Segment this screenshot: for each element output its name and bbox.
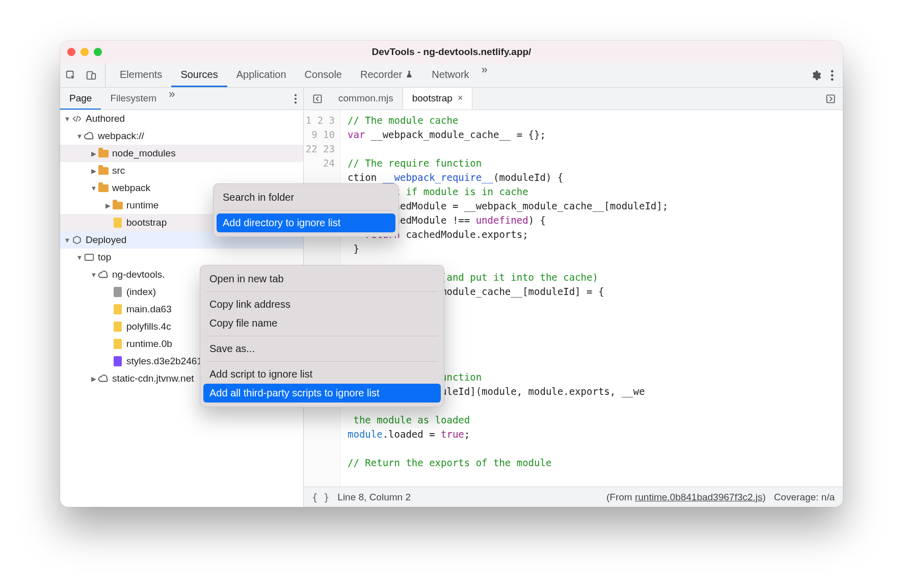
svg-rect-2 [92, 73, 95, 79]
next-file-icon[interactable] [826, 94, 836, 104]
tab-sources[interactable]: Sources [171, 63, 227, 87]
window-title: DevTools - ng-devtools.netlify.app/ [60, 46, 843, 58]
tree-src[interactable]: ▶src [60, 162, 303, 179]
kebab-menu-icon[interactable] [831, 70, 834, 81]
pretty-print-icon[interactable]: { } [312, 492, 329, 503]
navigator-more-tabs[interactable]: » [166, 88, 178, 110]
tree-top[interactable]: ▼top [60, 249, 303, 266]
zoom-window-button[interactable] [94, 48, 102, 56]
flask-icon [405, 70, 413, 78]
svg-point-6 [295, 94, 297, 96]
navigator-tab-page[interactable]: Page [60, 88, 101, 110]
panel-tabbar: Elements Sources Application Console Rec… [60, 63, 843, 88]
menu-save-as[interactable]: Save as... [200, 339, 444, 358]
more-tabs-button[interactable]: » [479, 63, 491, 87]
svg-point-4 [831, 74, 834, 76]
menu-add-script-ignore[interactable]: Add script to ignore list [200, 365, 444, 384]
file-context-menu: Open in new tab Copy link address Copy f… [200, 265, 444, 407]
svg-rect-11 [85, 254, 94, 260]
folder-icon [112, 200, 123, 211]
tab-network[interactable]: Network [422, 63, 478, 87]
folder-icon [98, 182, 109, 194]
svg-point-3 [831, 70, 834, 72]
tree-group-authored[interactable]: ▼Authored [60, 110, 303, 127]
status-bar: { } Line 8, Column 2 (From runtime.0b841… [304, 487, 843, 507]
folder-icon [98, 148, 109, 159]
code-icon [71, 113, 83, 124]
tab-recorder[interactable]: Recorder [351, 63, 422, 87]
tab-elements[interactable]: Elements [111, 63, 171, 87]
inspect-element-icon[interactable] [64, 69, 77, 82]
editor-tab-common[interactable]: common.mjs [329, 88, 403, 110]
file-icon [112, 321, 123, 332]
tab-console[interactable]: Console [296, 63, 351, 87]
close-tab-icon[interactable]: × [458, 93, 463, 103]
close-window-button[interactable] [67, 48, 75, 56]
titlebar: DevTools - ng-devtools.netlify.app/ [60, 41, 843, 63]
tree-node-modules[interactable]: ▶node_modules [60, 145, 303, 162]
folder-icon [98, 165, 109, 176]
menu-copy-link-address[interactable]: Copy link address [200, 295, 444, 314]
subrow: Page Filesystem » common.mjs bootstrap [60, 88, 843, 110]
menu-add-all-third-party-ignore[interactable]: Add all third-party scripts to ignore li… [203, 384, 441, 403]
menu-add-directory-ignore[interactable]: Add directory to ignore list [217, 213, 395, 232]
source-from-link[interactable]: runtime.0b841bad3967f3c2.js [635, 492, 762, 502]
deploy-icon [71, 234, 83, 246]
menu-open-new-tab[interactable]: Open in new tab [200, 270, 444, 288]
svg-point-8 [295, 101, 297, 103]
folder-context-menu: Search in folder Add directory to ignore… [213, 183, 399, 237]
cloud-icon [98, 373, 109, 384]
coverage-label: Coverage: n/a [774, 492, 835, 503]
svg-point-5 [831, 78, 834, 81]
devtools-window: DevTools - ng-devtools.netlify.app/ Elem… [60, 41, 843, 507]
cursor-position: Line 8, Column 2 [337, 492, 411, 503]
source-from-label: (From runtime.0b841bad3967f3c2.js) [606, 492, 766, 503]
settings-gear-icon[interactable] [810, 70, 821, 81]
svg-point-7 [295, 97, 297, 99]
frame-icon [84, 252, 95, 263]
file-icon [112, 338, 123, 350]
editor-tab-bootstrap[interactable]: bootstrap × [403, 88, 473, 110]
menu-search-in-folder[interactable]: Search in folder [214, 188, 399, 207]
file-icon [112, 356, 123, 367]
tree-webpack-scheme[interactable]: ▼webpack:// [60, 127, 303, 145]
previous-file-icon[interactable] [309, 94, 326, 104]
device-toolbar-icon[interactable] [85, 69, 98, 82]
minimize-window-button[interactable] [81, 48, 89, 56]
svg-rect-10 [827, 95, 835, 102]
file-icon [112, 217, 123, 228]
file-icon [112, 286, 123, 298]
navigator-tab-filesystem[interactable]: Filesystem [101, 88, 166, 110]
tab-application[interactable]: Application [227, 63, 296, 87]
cloud-icon [84, 130, 95, 142]
cloud-icon [98, 269, 109, 280]
svg-rect-9 [314, 95, 322, 102]
menu-copy-file-name[interactable]: Copy file name [200, 314, 444, 333]
navigator-kebab-icon[interactable] [294, 94, 297, 104]
file-icon [112, 304, 123, 315]
